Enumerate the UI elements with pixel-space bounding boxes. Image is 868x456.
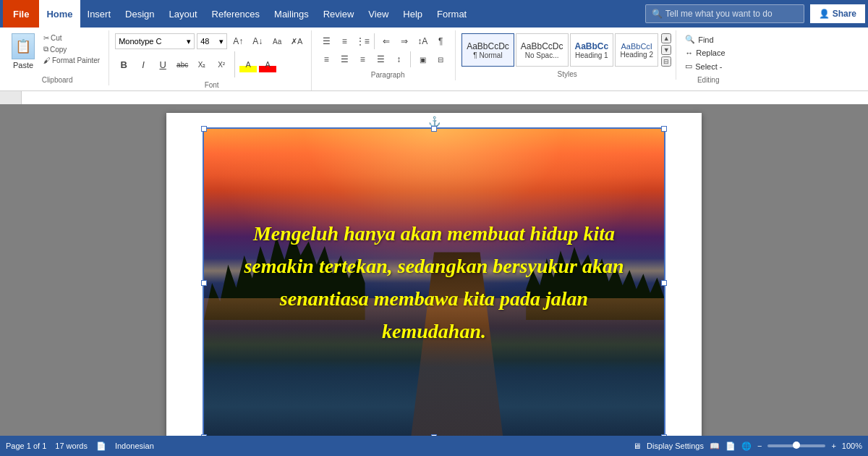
multilevel-list-button[interactable]: ⋮≡ [354, 33, 371, 49]
help-tab[interactable]: Help [396, 0, 430, 28]
replace-icon: ↔ [685, 48, 693, 57]
paste-label: Paste [13, 61, 33, 69]
font-group-label: Font [112, 81, 311, 89]
styles-group-label: Styles [459, 70, 676, 78]
font-family-select[interactable]: Monotype C ▾ [115, 33, 195, 49]
zoom-in-icon[interactable]: + [831, 442, 835, 450]
zoom-slider[interactable] [767, 444, 825, 447]
clear-formatting-button[interactable]: ✗A [288, 33, 305, 49]
language[interactable]: Indonesian [115, 442, 154, 450]
change-case-button[interactable]: Aa [268, 33, 286, 49]
document-area: ⚓ Mengeluh hanya akan membuat hidup kita… [0, 104, 868, 436]
copy-icon: ⧉ [43, 45, 48, 54]
page-info: Page 1 of 1 [6, 442, 46, 450]
font-row-1: Monotype C ▾ 48 ▾ A↑ A↓ Aa ✗A [115, 33, 305, 49]
print-layout-icon[interactable]: 📄 [726, 442, 736, 451]
align-left-button[interactable]: ≡ [318, 51, 335, 67]
align-right-button[interactable]: ≡ [354, 51, 371, 67]
replace-button[interactable]: ↔ Replace [682, 47, 734, 59]
home-tab[interactable]: Home [39, 0, 80, 28]
ruler-row [0, 91, 868, 104]
search-icon: 🔍 [652, 9, 663, 19]
paste-icon: 📋 [12, 33, 35, 59]
share-icon: 👤 [819, 9, 830, 19]
cut-button[interactable]: ✂ Cut [41, 33, 103, 43]
resize-handle-bottom-left[interactable] [201, 434, 207, 436]
italic-button[interactable]: I [135, 56, 152, 72]
select-icon: ▭ [685, 62, 692, 71]
zoom-thumb [793, 442, 800, 449]
resize-handle-middle-right[interactable] [661, 280, 667, 286]
font-separator [234, 51, 235, 77]
styles-scroll-up[interactable]: ▲ [661, 33, 671, 43]
format-tab[interactable]: Format [430, 0, 474, 28]
copy-button[interactable]: ⧉ Copy [41, 44, 103, 54]
zoom-out-icon[interactable]: − [757, 442, 762, 450]
sort-button[interactable]: ↕A [414, 33, 431, 49]
view-tab[interactable]: View [361, 0, 396, 28]
references-tab[interactable]: References [205, 0, 267, 28]
image-container[interactable]: ⚓ Mengeluh hanya akan membuat hidup kita… [203, 127, 665, 436]
resize-handle-top-left[interactable] [201, 126, 207, 132]
resize-handle-top-center[interactable] [431, 126, 437, 132]
style-heading1[interactable]: AaBbCc Heading 1 [570, 33, 614, 67]
font-color-button[interactable]: A [259, 56, 276, 72]
decrease-font-button[interactable]: A↓ [249, 33, 266, 49]
styles-more[interactable]: ⊟ [661, 56, 671, 67]
zoom-percent: 100% [842, 442, 862, 450]
borders-button[interactable]: ⊟ [432, 51, 449, 67]
justify-button[interactable]: ☰ [372, 51, 389, 67]
web-layout-icon[interactable]: 🌐 [741, 442, 752, 451]
style-normal[interactable]: AaBbCcDc ¶ Normal [461, 33, 514, 67]
increase-indent-button[interactable]: ⇒ [396, 33, 413, 49]
read-mode-icon[interactable]: 📖 [710, 442, 720, 451]
status-bar: Page 1 of 1 17 words 📄 Indonesian 🖥 Disp… [0, 436, 868, 456]
line-spacing-button[interactable]: ↕ [390, 51, 407, 67]
font-row-2: B I U abc X₂ X² A A [115, 51, 305, 77]
layout-tab[interactable]: Layout [162, 0, 205, 28]
font-family-dropdown-icon: ▾ [187, 37, 191, 46]
font-size-select[interactable]: 48 ▾ [197, 33, 227, 49]
resize-handle-bottom-center[interactable] [431, 434, 437, 436]
bullets-button[interactable]: ☰ [318, 33, 335, 49]
increase-font-button[interactable]: A↑ [229, 33, 247, 49]
display-settings-icon[interactable]: 🖥 [633, 442, 641, 450]
resize-handle-top-right[interactable] [661, 126, 667, 132]
review-tab[interactable]: Review [316, 0, 362, 28]
clipboard-mini-buttons: ✂ Cut ⧉ Copy 🖌 Format Painter [41, 30, 103, 65]
styles-scroll-down[interactable]: ▼ [661, 45, 671, 55]
style-heading2[interactable]: AaBbCcI Heading 2 [615, 33, 658, 67]
style-normal-preview: AaBbCcDc [467, 41, 509, 51]
numbering-button[interactable]: ≡ [336, 33, 353, 49]
highlight-button[interactable]: A [239, 56, 257, 72]
search-box[interactable]: 🔍 Tell me what you want to do [645, 4, 804, 23]
document-page: ⚓ Mengeluh hanya akan membuat hidup kita… [166, 113, 702, 436]
style-heading2-preview: AaBbCcI [621, 42, 652, 51]
resize-handle-middle-left[interactable] [201, 280, 207, 286]
show-formatting-button[interactable]: ¶ [432, 33, 449, 49]
select-button[interactable]: ▭ Select - [682, 60, 734, 72]
decrease-indent-button[interactable]: ⇐ [378, 33, 395, 49]
paste-button[interactable]: 📋 Paste [6, 30, 41, 72]
shading-button[interactable]: ▣ [414, 51, 431, 67]
para-sep-2 [410, 51, 411, 67]
mailings-tab[interactable]: Mailings [267, 0, 316, 28]
find-button[interactable]: 🔍 Find [682, 33, 734, 46]
share-button[interactable]: 👤 Share [810, 4, 865, 23]
paragraph-group: ☰ ≡ ⋮≡ ⇐ ⇒ ↕A ¶ ≡ ☰ ≡ ☰ ↕ ▣ ⊟ Paragraph [315, 30, 456, 80]
cut-icon: ✂ [43, 34, 49, 42]
insert-tab[interactable]: Insert [80, 0, 119, 28]
underline-button[interactable]: U [154, 56, 171, 72]
bold-button[interactable]: B [115, 56, 132, 72]
file-tab[interactable]: File [3, 0, 39, 28]
superscript-button[interactable]: X² [213, 56, 230, 72]
design-tab[interactable]: Design [118, 0, 161, 28]
resize-handle-bottom-right[interactable] [661, 434, 667, 436]
format-painter-button[interactable]: 🖌 Format Painter [41, 56, 103, 65]
subscript-button[interactable]: X₂ [193, 56, 210, 72]
strikethrough-button[interactable]: abc [174, 56, 191, 72]
display-settings-label[interactable]: Display Settings [647, 442, 704, 450]
style-nospace-preview: AaBbCcDc [521, 41, 563, 51]
align-center-button[interactable]: ☰ [336, 51, 353, 67]
style-nospace[interactable]: AaBbCcDc No Spac... [516, 33, 569, 67]
